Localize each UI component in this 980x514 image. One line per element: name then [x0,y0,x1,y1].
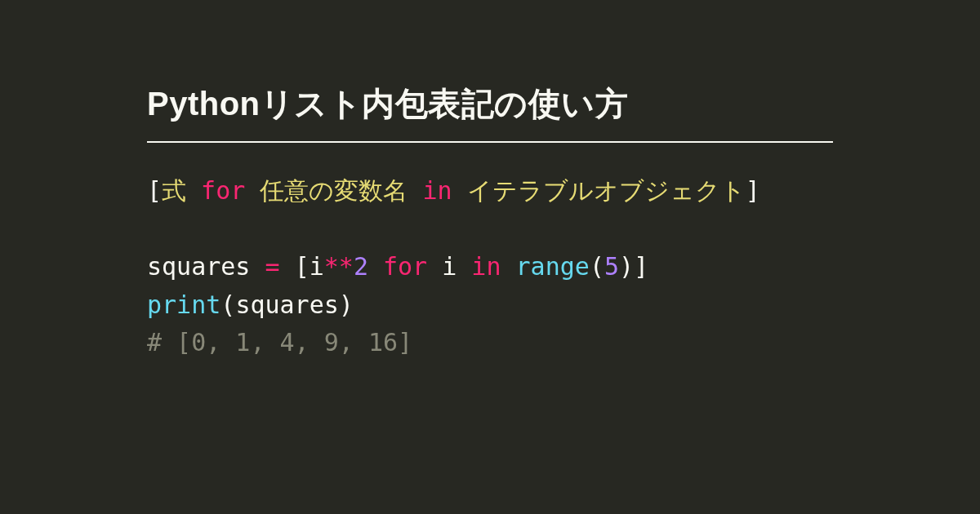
slide-content: Pythonリスト内包表記の使い方 [式 for 任意の変数名 in イテラブル… [0,0,980,362]
in-keyword: in [457,252,515,281]
var-squares: squares [147,252,265,281]
title-divider [147,141,833,143]
range-fn: range [516,252,590,281]
example-line-2: print(squares) [147,290,354,319]
syntax-line: [式 for 任意の変数名 in イテラブルオブジェクト] [147,176,760,205]
comment-output: # [0, 1, 4, 9, 16] [147,328,412,357]
paren-close: ) [339,290,354,319]
for-keyword: for [186,176,260,205]
syntax-iter: イテラブルオブジェクト [467,176,746,205]
power-op: ** [324,252,354,281]
var-i: i [310,252,324,281]
syntax-expr: 式 [162,176,186,205]
paren-close: ) [619,252,634,281]
for-keyword: for [368,252,442,281]
paren-open: ( [220,290,235,319]
syntax-var: 任意の変数名 [260,176,408,205]
code-block: [式 for 任意の変数名 in イテラブルオブジェクト] squares = … [147,172,833,362]
literal-5: 5 [604,252,619,281]
bracket-close: ] [746,176,760,205]
assign-op: = [265,252,295,281]
var-i: i [442,252,457,281]
bracket-open: [ [147,176,162,205]
bracket-close: ] [634,252,648,281]
in-keyword: in [408,176,466,205]
bracket-open: [ [295,252,310,281]
page-title: Pythonリスト内包表記の使い方 [147,82,833,126]
example-line-1: squares = [i**2 for i in range(5)] [147,252,648,281]
literal-2: 2 [354,252,368,281]
print-fn: print [147,290,220,319]
arg-squares: squares [235,290,338,319]
paren-open: ( [590,252,604,281]
